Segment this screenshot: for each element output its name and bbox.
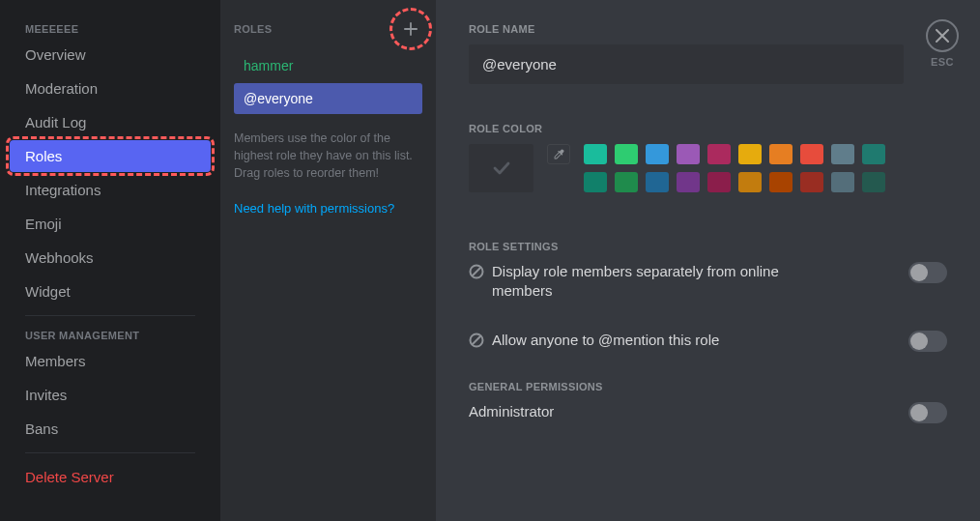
eyedropper-icon <box>552 148 565 161</box>
close-button[interactable]: ESC <box>926 19 959 68</box>
roles-description: Members use the color of the highest rol… <box>234 130 422 182</box>
color-swatch[interactable] <box>707 172 731 192</box>
color-swatch[interactable] <box>615 144 638 164</box>
nav-emoji[interactable]: Emoji <box>10 208 211 240</box>
setting-allow-mention: Allow anyone to @mention this role <box>469 331 947 352</box>
nav-moderation[interactable]: Moderation <box>10 72 211 104</box>
color-swatch[interactable] <box>738 144 762 164</box>
role-settings-label: ROLE SETTINGS <box>469 241 947 252</box>
nav-divider <box>25 315 195 316</box>
nav-integrations[interactable]: Integrations <box>10 174 211 206</box>
esc-label: ESC <box>926 56 959 68</box>
color-swatch[interactable] <box>646 144 669 164</box>
color-swatch[interactable] <box>862 144 885 164</box>
role-name-input[interactable] <box>469 44 904 84</box>
nav-delete-server[interactable]: Delete Server <box>10 461 211 493</box>
color-swatch[interactable] <box>769 172 793 192</box>
setting-label: Allow anyone to @mention this role <box>492 331 719 350</box>
restricted-icon <box>469 333 484 348</box>
nav-divider <box>25 452 195 453</box>
custom-color-picker[interactable] <box>547 144 570 164</box>
color-swatch[interactable] <box>615 172 638 192</box>
add-role-button[interactable] <box>399 17 422 41</box>
color-swatch[interactable] <box>738 172 762 192</box>
restricted-icon <box>469 264 484 279</box>
color-swatch[interactable] <box>862 172 885 192</box>
nav-bans[interactable]: Bans <box>10 413 211 445</box>
nav-roles[interactable]: Roles <box>10 140 211 172</box>
role-item-everyone[interactable]: @everyone <box>234 83 422 114</box>
color-swatch[interactable] <box>707 144 731 164</box>
nav-invites[interactable]: Invites <box>10 379 211 411</box>
nav-audit-log[interactable]: Audit Log <box>10 106 211 138</box>
server-name-header: MEEEEEE <box>10 17 211 39</box>
svg-line-3 <box>473 335 481 344</box>
color-swatch[interactable] <box>584 144 607 164</box>
color-swatch[interactable] <box>831 144 854 164</box>
color-swatch[interactable] <box>831 172 854 192</box>
perm-label: Administrator <box>469 402 554 421</box>
role-item-hammer[interactable]: hammer <box>234 50 422 81</box>
general-permissions-label: GENERAL PERMISSIONS <box>469 381 947 392</box>
color-swatch[interactable] <box>646 172 669 192</box>
setting-label: Display role members separately from onl… <box>492 262 836 302</box>
color-swatch[interactable] <box>677 172 700 192</box>
role-detail-panel: ESC ROLE NAME ROLE COLOR ROLE SETTINGS D… <box>436 0 980 521</box>
nav-overview[interactable]: Overview <box>10 39 211 71</box>
toggle-administrator[interactable] <box>908 402 947 423</box>
roles-header-label: ROLES <box>234 23 272 35</box>
nav-webhooks[interactable]: Webhooks <box>10 242 211 274</box>
color-swatch[interactable] <box>800 172 823 192</box>
nav-members[interactable]: Members <box>10 345 211 377</box>
color-swatch[interactable] <box>677 144 700 164</box>
color-swatch[interactable] <box>584 172 607 192</box>
role-color-label: ROLE COLOR <box>469 123 947 134</box>
color-swatch[interactable] <box>800 144 823 164</box>
settings-sidebar: MEEEEEE Overview Moderation Audit Log Ro… <box>0 0 220 521</box>
permissions-help-link[interactable]: Need help with permissions? <box>234 201 422 216</box>
role-name-label: ROLE NAME <box>469 23 947 35</box>
toggle-allow-mention[interactable] <box>908 331 947 352</box>
toggle-display-separately[interactable] <box>908 262 947 283</box>
roles-list-column: ROLES hammer @everyone Members use the c… <box>220 0 436 521</box>
plus-icon <box>404 22 418 36</box>
user-management-header: USER MANAGEMENT <box>10 324 211 345</box>
default-color-swatch[interactable] <box>469 144 533 192</box>
svg-line-1 <box>473 268 481 276</box>
color-swatch[interactable] <box>769 144 793 164</box>
setting-display-separately: Display role members separately from onl… <box>469 262 947 302</box>
nav-widget[interactable]: Widget <box>10 275 211 307</box>
close-icon <box>936 29 949 43</box>
check-icon <box>492 159 511 178</box>
perm-administrator: Administrator <box>469 402 947 423</box>
